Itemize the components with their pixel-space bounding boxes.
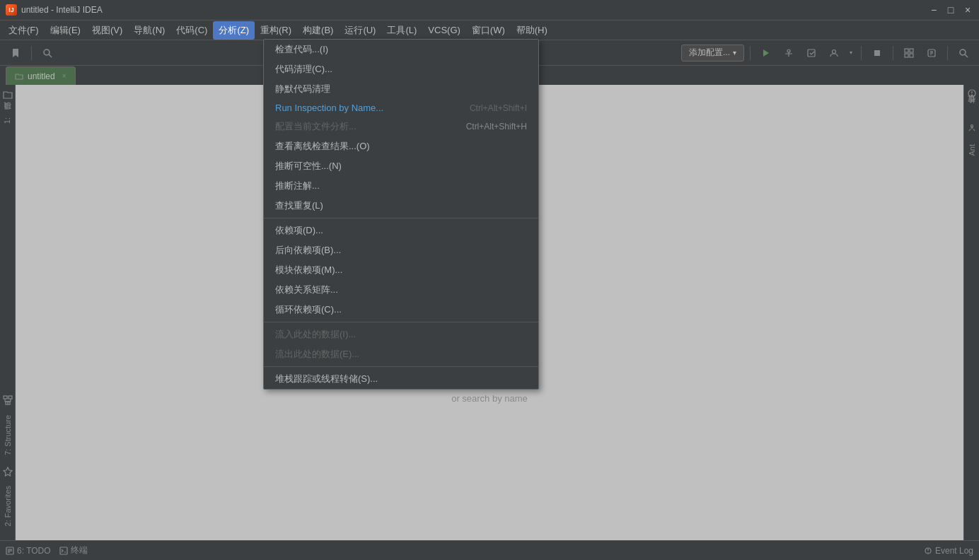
dependencies-option[interactable]: 依赖项(D)... bbox=[264, 221, 538, 240]
run-inspection-by-name-option[interactable]: Run Inspection by Name... Ctrl+Alt+Shift… bbox=[264, 99, 538, 117]
svg-rect-7 bbox=[905, 49, 908, 52]
menu-build[interactable]: 构建(B) bbox=[297, 21, 339, 40]
tab-close-icon[interactable]: × bbox=[62, 72, 66, 80]
favorites-panel-icon[interactable] bbox=[3, 467, 13, 479]
search-everywhere-icon[interactable] bbox=[37, 43, 57, 63]
title-bar-left: IJ untitled - IntelliJ IDEA bbox=[6, 4, 103, 16]
left-sidebar: 1: 项目 7: Structure 2: Favorites bbox=[0, 85, 16, 540]
back-dependencies-option[interactable]: 后向依赖项(B)... bbox=[264, 240, 538, 260]
stop-button[interactable] bbox=[867, 43, 887, 63]
sdk-button[interactable] bbox=[922, 43, 942, 63]
svg-rect-9 bbox=[905, 54, 908, 57]
toolbar-sep-5 bbox=[947, 46, 948, 60]
svg-line-16 bbox=[965, 54, 968, 57]
add-config-button[interactable]: 添加配置... ▾ bbox=[681, 45, 744, 62]
menu-code[interactable]: 代码(C) bbox=[170, 21, 213, 40]
separator-2 bbox=[264, 322, 538, 322]
svg-point-5 bbox=[833, 49, 836, 53]
menu-view[interactable]: 视图(V) bbox=[86, 21, 128, 40]
cyclic-dependencies-option[interactable]: 循环依赖项(C)... bbox=[264, 300, 538, 320]
svg-rect-6 bbox=[874, 50, 880, 56]
search-button[interactable] bbox=[954, 43, 973, 63]
terminal-icon bbox=[59, 547, 68, 555]
analyze-dropdown-menu: 检查代码...(I) 代码清理(C)... 静默代码清理 Run Inspect… bbox=[263, 39, 539, 390]
title-bar-title: untitled - IntelliJ IDEA bbox=[21, 5, 103, 15]
menu-navigate[interactable]: 导航(N) bbox=[128, 21, 170, 40]
stacktrace-option[interactable]: 堆栈跟踪或线程转储(S)... bbox=[264, 369, 538, 389]
code-cleanup-option[interactable]: 代码清理(C)... bbox=[264, 59, 538, 79]
svg-point-15 bbox=[960, 49, 966, 55]
toolbar-sep-2 bbox=[750, 46, 751, 60]
svg-rect-8 bbox=[910, 49, 913, 52]
svg-point-0 bbox=[44, 49, 50, 55]
run-button[interactable] bbox=[756, 43, 776, 63]
right-sidebar: 检查 Ant bbox=[963, 85, 979, 540]
svg-rect-10 bbox=[910, 54, 913, 57]
menu-vcs[interactable]: VCS(G) bbox=[422, 22, 466, 38]
module-dependencies-option[interactable]: 模块依赖项(M)... bbox=[264, 260, 538, 280]
project-structure-button[interactable] bbox=[899, 43, 919, 63]
profile-button[interactable] bbox=[824, 43, 844, 63]
search-name-hint: or search by name bbox=[451, 393, 528, 404]
find-duplicates-option[interactable]: 查找重复(L) bbox=[264, 196, 538, 216]
data-flow-out-option[interactable]: 流出此处的数据(E)... bbox=[264, 344, 538, 364]
svg-rect-4 bbox=[808, 49, 815, 57]
project-tab[interactable]: 1: 项目 bbox=[0, 110, 16, 129]
structure-tab[interactable]: 7: Structure bbox=[1, 409, 15, 461]
svg-point-28 bbox=[971, 125, 973, 127]
view-offline-option[interactable]: 查看离线检查结果...(O) bbox=[264, 136, 538, 156]
tab-untitled[interactable]: untitled × bbox=[6, 66, 76, 85]
separator-3 bbox=[264, 366, 538, 367]
menu-bar: 文件(F) 编辑(E) 视图(V) 导航(N) 代码(C) 分析(Z) 重构(R… bbox=[0, 20, 979, 40]
bookmark-icon[interactable] bbox=[6, 43, 25, 63]
svg-point-27 bbox=[971, 95, 973, 96]
configure-analysis-option[interactable]: 配置当前文件分析... Ctrl+Alt+Shift+H bbox=[264, 117, 538, 136]
event-log-button[interactable]: Event Log bbox=[924, 546, 973, 556]
svg-point-3 bbox=[787, 49, 790, 52]
event-log-icon bbox=[924, 547, 932, 555]
profile-dropdown-icon[interactable]: ▾ bbox=[847, 43, 855, 63]
title-bar-controls: − □ × bbox=[928, 4, 973, 16]
favorites-tab[interactable]: 2: Favorites bbox=[1, 480, 15, 532]
app-icon: IJ bbox=[6, 4, 17, 16]
menu-tools[interactable]: 工具(L) bbox=[381, 21, 422, 40]
menu-edit[interactable]: 编辑(E) bbox=[45, 21, 86, 40]
menu-help[interactable]: 帮助(H) bbox=[511, 21, 553, 40]
folder-icon bbox=[15, 72, 23, 81]
data-flow-in-option[interactable]: 流入此处的数据(I)... bbox=[264, 325, 538, 344]
toolbar-sep-4 bbox=[893, 46, 893, 60]
svg-line-1 bbox=[49, 54, 52, 57]
svg-rect-33 bbox=[60, 547, 67, 554]
todo-button[interactable]: 6: TODO bbox=[6, 546, 51, 556]
menu-refactor[interactable]: 重构(R) bbox=[255, 21, 297, 40]
minimize-button[interactable]: − bbox=[928, 4, 939, 16]
infer-nullable-option[interactable]: 推断可空性...(N) bbox=[264, 156, 538, 176]
infer-annotations-option[interactable]: 推断注解... bbox=[264, 176, 538, 196]
silent-cleanup-option[interactable]: 静默代码清理 bbox=[264, 79, 538, 99]
structure-panel-icon[interactable] bbox=[2, 395, 13, 408]
coverage-button[interactable] bbox=[801, 43, 821, 63]
inspect-code-option[interactable]: 检查代码...(I) bbox=[264, 40, 538, 59]
menu-window[interactable]: 窗口(W) bbox=[466, 21, 511, 40]
ant-tab[interactable]: Ant bbox=[965, 139, 979, 162]
menu-analyze[interactable]: 分析(Z) bbox=[213, 21, 255, 40]
inspections-tab[interactable]: 检查 bbox=[963, 104, 979, 115]
inspections-panel-icon[interactable] bbox=[966, 88, 978, 101]
svg-rect-17 bbox=[4, 396, 7, 399]
debug-button[interactable] bbox=[779, 43, 799, 63]
close-button[interactable]: × bbox=[962, 4, 973, 16]
svg-marker-2 bbox=[763, 49, 769, 57]
toolbar-sep-3 bbox=[861, 46, 862, 60]
separator-1 bbox=[264, 218, 538, 218]
project-panel-icon[interactable] bbox=[2, 89, 13, 103]
menu-run[interactable]: 运行(U) bbox=[339, 21, 381, 40]
maximize-button[interactable]: □ bbox=[945, 4, 956, 16]
menu-file[interactable]: 文件(F) bbox=[3, 21, 45, 40]
svg-rect-18 bbox=[8, 396, 12, 399]
svg-marker-24 bbox=[4, 467, 12, 476]
bottom-bar: 6: TODO 终端 Event Log bbox=[0, 540, 979, 560]
ant-panel-icon[interactable] bbox=[967, 124, 977, 136]
title-bar: IJ untitled - IntelliJ IDEA − □ × bbox=[0, 0, 979, 20]
dependency-matrix-option[interactable]: 依赖关系矩阵... bbox=[264, 280, 538, 300]
terminal-button[interactable]: 终端 bbox=[59, 544, 88, 556]
